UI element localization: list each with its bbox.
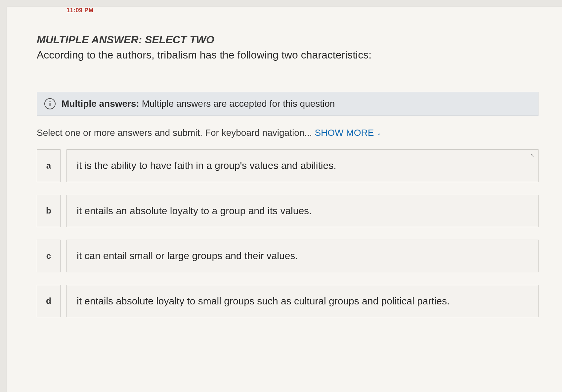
option-letter: c [37, 240, 61, 272]
info-banner: i Multiple answers: Multiple answers are… [37, 92, 539, 116]
show-more-label: SHOW MORE [315, 128, 374, 138]
option-text-label: it can entail small or large groups and … [77, 249, 298, 263]
option-text-label: it is the ability to have faith in a gro… [77, 159, 336, 173]
option-text-label: it entails absolute loyalty to small gro… [77, 294, 450, 308]
navigation-hint: Select one or more answers and submit. F… [7, 116, 562, 141]
option-b[interactable]: b it entails an absolute loyalty to a gr… [37, 195, 539, 227]
cursor-marker-icon: ↖ [530, 152, 534, 159]
info-icon: i [44, 98, 56, 109]
option-c[interactable]: c it can entail small or large groups an… [37, 240, 539, 272]
option-text-label: it entails an absolute loyalty to a grou… [77, 204, 312, 218]
info-banner-body: Multiple answers are accepted for this q… [142, 98, 335, 109]
show-more-link[interactable]: SHOW MORE ⌄ [315, 128, 381, 138]
option-d[interactable]: d it entails absolute loyalty to small g… [37, 285, 539, 318]
option-text: it entails an absolute loyalty to a grou… [66, 195, 539, 227]
option-letter: d [37, 285, 61, 318]
chevron-down-icon: ⌄ [376, 129, 381, 137]
nav-hint-prefix: Select one or more answers and submit. F… [37, 128, 315, 138]
option-text: it entails absolute loyalty to small gro… [66, 285, 539, 318]
timestamp: 11:09 PM [7, 7, 562, 14]
question-instruction: MULTIPLE ANSWER: SELECT TWO [37, 34, 539, 46]
option-letter: a [37, 149, 61, 182]
question-card: 11:09 PM MULTIPLE ANSWER: SELECT TWO Acc… [7, 7, 562, 392]
info-banner-label: Multiple answers: [62, 98, 139, 109]
question-prompt: According to the authors, tribalism has … [37, 48, 539, 62]
option-a[interactable]: a it is the ability to have faith in a g… [37, 149, 539, 182]
option-text: it is the ability to have faith in a gro… [66, 149, 539, 182]
question-block: MULTIPLE ANSWER: SELECT TWO According to… [7, 14, 562, 69]
option-letter: b [37, 195, 61, 227]
option-text: it can entail small or large groups and … [66, 240, 539, 272]
options-list: a it is the ability to have faith in a g… [7, 141, 562, 317]
info-banner-text: Multiple answers: Multiple answers are a… [62, 98, 335, 109]
